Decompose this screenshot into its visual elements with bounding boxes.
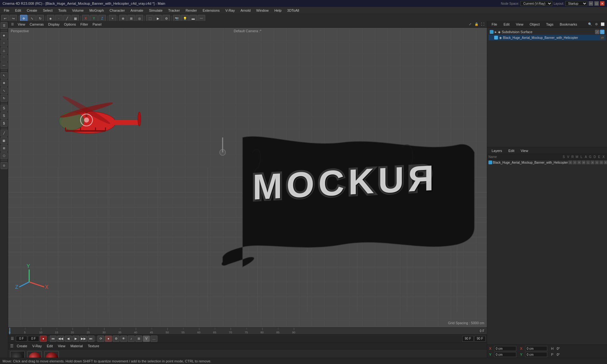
sidebar-mode-btn[interactable]: ☰	[1, 22, 8, 29]
vp-menu-cameras[interactable]: Cameras	[28, 22, 46, 27]
viewport[interactable]: Perspective Default Camera :*	[8, 28, 487, 327]
layer-menu-view[interactable]: View	[518, 148, 531, 153]
play-forward-btn[interactable]: ▶▶	[80, 336, 87, 342]
sidebar-pen-btn[interactable]: S	[1, 105, 8, 112]
menu-edit[interactable]: Edit	[13, 8, 24, 13]
play-btn[interactable]: ▶	[72, 336, 79, 342]
layer-icon-s[interactable]: S	[568, 161, 572, 164]
extra-btn[interactable]: …	[150, 336, 157, 342]
layer-icon-g[interactable]: G	[595, 161, 599, 164]
obj-row-subdivision[interactable]: ▶ ◈ Subdivision Surface ✓ 👁	[488, 29, 606, 35]
subdiv-eye-icon[interactable]: 👁	[600, 30, 604, 34]
jump-end-btn[interactable]: ⏭	[88, 336, 95, 342]
layer-icon-m[interactable]: M	[582, 161, 586, 164]
sidebar-move-btn[interactable]: ✥	[1, 80, 8, 87]
coord-x-size[interactable]	[525, 346, 547, 351]
layer-icon-a[interactable]: A	[591, 161, 594, 164]
nodespace-select[interactable]: Current (V-Ray)	[520, 1, 552, 6]
obj-search-icon[interactable]: 🔍	[587, 22, 592, 27]
mat-menu-edit[interactable]: Edit	[45, 343, 55, 349]
obj-menu-bookmarks[interactable]: Bookmarks	[557, 22, 579, 27]
obj-menu-edit[interactable]: Edit	[501, 22, 512, 27]
vp-menu-options[interactable]: Options	[62, 22, 78, 27]
menu-tracker[interactable]: Tracker	[166, 8, 182, 13]
menu-render[interactable]: Render	[183, 8, 199, 13]
minimize-btn[interactable]: ─	[589, 1, 593, 6]
layout-select[interactable]: Startup	[565, 1, 587, 6]
sidebar-sphere-btn[interactable]: ○	[1, 39, 8, 46]
mat-menu-texture[interactable]: Texture	[86, 343, 101, 349]
vp-menu-display[interactable]: Display	[46, 22, 61, 27]
coord-y-pos[interactable]	[494, 352, 516, 357]
sidebar-select-btn[interactable]: ↖	[1, 72, 8, 79]
mat-menu-vray[interactable]: V-Ray	[30, 343, 44, 349]
vp-icon-fullscreen[interactable]: ⛶	[480, 21, 486, 27]
mat-menu-material[interactable]: Material	[69, 343, 85, 349]
sidebar-line-btn[interactable]: ╱	[1, 130, 8, 136]
sidebar-nurbs-btn[interactable]: ⌒	[1, 55, 8, 62]
vp-icon-lock[interactable]: 🔒	[474, 21, 479, 27]
layer-menu-edit[interactable]: Edit	[506, 148, 517, 153]
vp-menu-filter[interactable]: Filter	[78, 22, 90, 27]
vp-icon-move[interactable]: ⤢	[467, 21, 473, 27]
frame-end2-input[interactable]	[474, 336, 486, 342]
anim-btn[interactable]: ⚙	[113, 336, 120, 342]
record-btn[interactable]: ●	[40, 336, 47, 342]
menu-extensions[interactable]: Extensions	[200, 8, 222, 13]
mode-btn[interactable]: ●	[105, 336, 112, 342]
fps-btn[interactable]: ⊞	[135, 336, 142, 342]
prev-frame-btn[interactable]: ◀◀	[57, 336, 64, 342]
frame-input[interactable]	[16, 336, 27, 342]
obj-row-banner[interactable]: ◈ Black_Huge_Aerial_Mockup_Banner_with_H…	[488, 35, 606, 40]
maximize-btn[interactable]: □	[594, 1, 599, 6]
sidebar-poly-btn[interactable]: △	[1, 47, 8, 54]
subdiv-checkmark-icon[interactable]: ✓	[595, 30, 599, 34]
sidebar-scale-btn[interactable]: ⤡	[1, 87, 8, 94]
sidebar-hex-btn[interactable]: ⬡	[1, 152, 8, 159]
layer-icon-l[interactable]: L	[586, 161, 590, 164]
vr-btn[interactable]: V	[143, 336, 150, 342]
menu-arnold[interactable]: Arnold	[238, 8, 253, 13]
preview-btn[interactable]: 👁	[120, 336, 127, 342]
sidebar-paint-btn[interactable]: ▦	[1, 137, 8, 144]
menu-file[interactable]: File	[1, 8, 12, 13]
mat-hamburger[interactable]: ☰	[10, 344, 14, 348]
menu-help[interactable]: Help	[272, 8, 284, 13]
sidebar-grid-btn[interactable]: ⊞	[1, 145, 8, 152]
menu-create[interactable]: Create	[24, 8, 40, 13]
sidebar-s3-btn[interactable]: $	[1, 120, 8, 127]
layer-icon-e[interactable]: E	[604, 161, 607, 164]
obj-menu-tags[interactable]: Tags	[543, 22, 556, 27]
menu-animate[interactable]: Animate	[128, 8, 146, 13]
frame-end-input[interactable]	[462, 336, 474, 342]
vp-menu-panel[interactable]: Panel	[91, 22, 103, 27]
playback-hamburger[interactable]: ☰	[9, 336, 15, 342]
mat-menu-create[interactable]: Create	[15, 343, 29, 349]
coord-y-size[interactable]	[525, 352, 547, 357]
menu-tools[interactable]: Tools	[56, 8, 69, 13]
layer-row-banner[interactable]: Black_Huge_Aerial_Mockup_Banner_with_Hel…	[487, 160, 607, 165]
vp-menu-view[interactable]: View	[16, 22, 27, 27]
sound-btn[interactable]: ♪	[128, 336, 135, 342]
obj-menu-object[interactable]: Object	[527, 22, 542, 27]
menu-volume[interactable]: Volume	[70, 8, 86, 13]
coord-x-pos[interactable]	[494, 346, 516, 351]
menu-select[interactable]: Select	[40, 8, 55, 13]
obj-menu-file[interactable]: File	[489, 22, 500, 27]
layer-icon-v[interactable]: V	[573, 161, 577, 164]
menu-window[interactable]: Window	[254, 8, 271, 13]
menu-mograph[interactable]: MoGraph	[87, 8, 107, 13]
mat-menu-view[interactable]: View	[56, 343, 67, 349]
loop-btn[interactable]: ⟳	[97, 336, 104, 342]
menu-simulate[interactable]: Simulate	[146, 8, 165, 13]
frame-start-input[interactable]	[28, 336, 39, 342]
sidebar-rotate-btn[interactable]: ↻	[1, 95, 8, 102]
menu-vray[interactable]: V-Ray	[223, 8, 237, 13]
banner-tag-icon[interactable]: 🏷	[600, 35, 604, 40]
sidebar-extra-btn[interactable]: ⊙	[1, 162, 8, 169]
sidebar-spline-btn[interactable]: S	[1, 112, 8, 119]
close-btn[interactable]: ✕	[600, 1, 604, 6]
layer-icon-r[interactable]: R	[577, 161, 581, 164]
obj-filter-icon[interactable]: ⚙	[594, 22, 599, 27]
menu-3dtoall[interactable]: 3DToAll	[285, 8, 302, 13]
